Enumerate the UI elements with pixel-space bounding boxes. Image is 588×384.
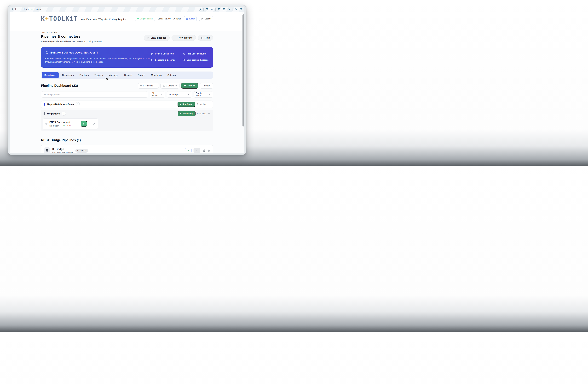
browser-window: i http://localhost:8080 K+TOOLKiT xyxy=(8,5,246,155)
logo-k: K xyxy=(41,15,45,22)
tab-connectors[interactable]: Connectors xyxy=(59,72,76,78)
puzzle-icon[interactable] xyxy=(234,8,237,11)
trash-icon[interactable] xyxy=(207,149,210,152)
trigger-wand-icon[interactable] xyxy=(92,122,96,125)
running-status-dot xyxy=(140,85,142,87)
group-section-ungrouped: Ungrouped 1 Run Group 0 running xyxy=(41,110,213,131)
tab-dashboard[interactable]: Dashboard xyxy=(42,72,59,78)
link-icon[interactable] xyxy=(199,8,201,11)
refresh-button[interactable]: Refresh xyxy=(200,83,213,89)
help-button[interactable]: Help xyxy=(198,35,213,41)
tab-pipelines[interactable]: Pipelines xyxy=(77,72,91,78)
plus-icon xyxy=(175,37,177,39)
feature-role-security: Role-Based Security xyxy=(183,52,209,55)
tab-bridges[interactable]: Bridges xyxy=(122,72,135,78)
chevron-down-icon xyxy=(175,85,177,87)
tab-settings[interactable]: Settings xyxy=(165,72,179,78)
feature-point-click: Point & Click Setup xyxy=(151,52,175,55)
run-pipeline-button[interactable] xyxy=(81,121,87,127)
scrollbar-track[interactable] xyxy=(242,12,244,153)
tab-triggers[interactable]: Triggers xyxy=(92,72,105,78)
collapse-button[interactable] xyxy=(193,148,200,153)
tab-groups[interactable]: Groups xyxy=(135,72,148,78)
browser-toolbar: i http://localhost:8080 xyxy=(10,7,244,12)
play-icon xyxy=(180,103,181,105)
run-all-button[interactable]: Run All xyxy=(181,83,198,89)
chevron-down-icon[interactable] xyxy=(208,103,210,106)
chevron-down-icon[interactable] xyxy=(208,112,210,115)
logo-toolkit: TOOLKiT xyxy=(49,15,78,22)
pipeline-status-dot xyxy=(45,123,47,125)
cross-icon: ✕ xyxy=(67,125,69,127)
sort-value: Sort by Name xyxy=(196,92,207,97)
group-color-dot xyxy=(44,103,45,106)
globe-icon[interactable] xyxy=(223,8,225,11)
toolbar-divider xyxy=(203,8,204,11)
terminal-icon[interactable] xyxy=(218,8,220,11)
play-icon xyxy=(180,113,182,114)
logout-icon xyxy=(201,18,203,20)
help-label: Help xyxy=(205,37,210,39)
new-pipeline-button[interactable]: New pipeline xyxy=(171,35,196,41)
layers-icon xyxy=(45,51,49,54)
view-pipelines-label: View pipelines xyxy=(151,37,166,39)
run-group-button[interactable]: Run Group xyxy=(178,102,195,107)
editor-role-button[interactable]: Editor xyxy=(184,16,197,21)
chevron-down-icon xyxy=(209,93,211,95)
feature-label: User Groups & Access xyxy=(187,59,209,61)
version-label: Local · v1.0.0 xyxy=(158,18,170,20)
logout-label: Logout xyxy=(205,18,211,20)
browser-viewport: i http://localhost:8080 K+TOOLKiT xyxy=(10,7,244,153)
app-header: K+TOOLKiT Your Data, Your Way - No Codin… xyxy=(10,12,244,26)
run-all-label: Run All xyxy=(188,85,195,87)
group-color-dot xyxy=(43,112,45,115)
running-filter-label: 0 Running xyxy=(143,85,153,87)
feature-label: Role-Based Security xyxy=(187,53,206,55)
bridge-card: K+Bridge Port: 9001 | /api/bridge STOPPE… xyxy=(41,145,213,153)
editor-role-label: Editor xyxy=(189,18,195,20)
feature-banner: Built for Business Users, Not Just IT K+… xyxy=(41,47,213,68)
status-badge: STOPPED xyxy=(75,149,88,153)
group-row-reportbatch[interactable]: ReportBatch Interfaces 21 Run Group 0 ru… xyxy=(41,101,213,108)
url-text[interactable]: http://localhost:8080 xyxy=(15,8,41,11)
chevron-down-icon xyxy=(188,93,190,95)
status-filter-value: All Status xyxy=(152,92,159,97)
pipeline-card-enex[interactable]: ENEX Rate Import No trigger ✓ 0 ✕ 0 xyxy=(43,118,98,129)
tab-monitoring[interactable]: Monitoring xyxy=(148,72,164,78)
camera-icon[interactable] xyxy=(210,8,213,11)
image-icon[interactable] xyxy=(206,8,209,11)
lock-icon xyxy=(183,52,185,55)
warning-triangle-icon xyxy=(163,85,165,87)
chevron-down-icon[interactable] xyxy=(89,123,91,125)
success-count: 0 xyxy=(63,125,65,127)
feature-label: Point & Click Setup xyxy=(155,53,174,55)
group-count-badge: 21 xyxy=(76,102,80,106)
view-pipelines-button[interactable]: View pipelines xyxy=(144,35,169,41)
scrollbar-thumb[interactable] xyxy=(243,14,244,127)
group-row-ungrouped[interactable]: Ungrouped 1 Run Group 0 running xyxy=(41,110,213,118)
running-filter-dropdown[interactable]: 0 Running xyxy=(138,83,159,89)
status-filter-select[interactable]: All Status xyxy=(150,91,165,98)
check-icon: ✓ xyxy=(61,125,63,127)
search-input[interactable] xyxy=(41,91,148,98)
page-title: Pipelines & connectors xyxy=(41,34,103,39)
section-eyebrow: CONTROL PLANE xyxy=(41,31,213,33)
banner-body: K+Toolkit makes data integration simple.… xyxy=(45,57,151,64)
engine-status-label: Engine online xyxy=(140,18,153,20)
group-running-count: 0 running xyxy=(197,103,206,105)
users-icon xyxy=(183,59,185,61)
sort-select[interactable]: Sort by Name xyxy=(193,91,213,98)
logout-button[interactable]: Logout xyxy=(199,16,213,21)
run-group-button[interactable]: Run Group xyxy=(178,111,195,116)
edit-icon[interactable] xyxy=(202,149,205,152)
chevron-up-icon xyxy=(196,150,198,152)
errors-filter-dropdown[interactable]: 0 Errors xyxy=(160,83,179,89)
start-bridge-button[interactable] xyxy=(185,148,191,153)
new-pipeline-label: New pipeline xyxy=(179,37,193,39)
tab-mappings[interactable]: Mappings xyxy=(106,72,121,78)
group-filter-select[interactable]: All Groups xyxy=(167,91,192,98)
crosshair-icon[interactable] xyxy=(228,8,230,11)
split-view-icon[interactable] xyxy=(239,8,242,11)
server-icon xyxy=(44,147,50,153)
document-icon xyxy=(151,52,154,55)
